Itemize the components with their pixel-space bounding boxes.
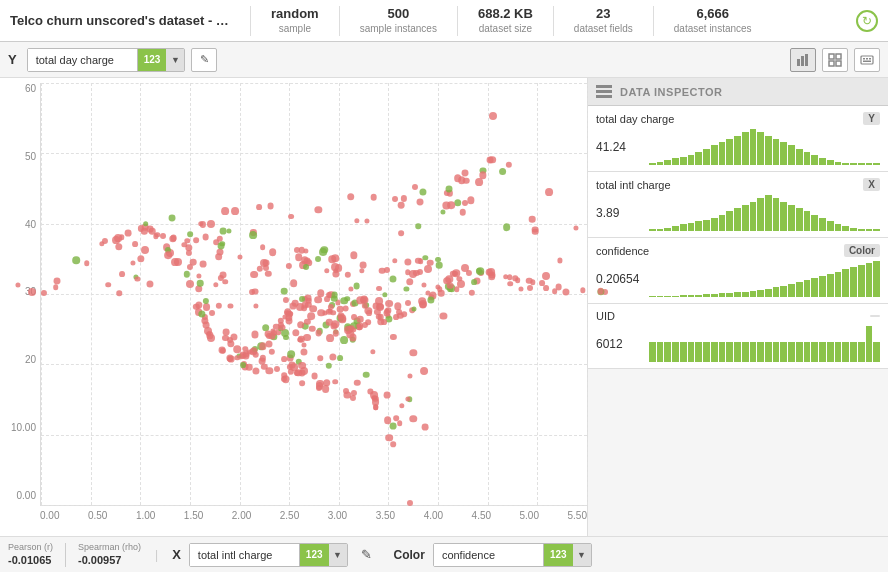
scatter-dot — [372, 398, 380, 406]
scatter-dot — [319, 248, 327, 256]
scatter-dot — [190, 259, 197, 266]
x-field-selector[interactable]: total intl charge 123 ▼ — [189, 543, 348, 567]
edit-icon-button[interactable]: ✎ — [191, 48, 217, 72]
scatter-dot — [187, 231, 193, 237]
keyboard-button[interactable] — [854, 48, 880, 72]
color-field-dropdown[interactable]: ▼ — [573, 544, 591, 566]
inspector-item-header: UID — [596, 310, 880, 322]
scatter-dot — [412, 184, 418, 190]
scatter-dot — [382, 292, 387, 297]
scatter-dot — [404, 258, 411, 265]
scatter-dot — [169, 214, 176, 221]
scatter-dot — [405, 270, 411, 276]
right-panel: DATA INSPECTOR total day chargeY41.24tot… — [588, 78, 888, 536]
scatter-dot — [105, 282, 111, 288]
chart-toolbar: Y total day charge 123 ▼ ✎ — [0, 42, 888, 78]
bar-chart-button[interactable] — [790, 48, 816, 72]
divider-5 — [653, 6, 654, 36]
histogram-bar — [657, 296, 664, 297]
scatter-dot — [546, 188, 554, 196]
y-field-dropdown[interactable]: ▼ — [166, 49, 184, 71]
scatter-dot — [527, 285, 533, 291]
x-edit-button[interactable]: ✎ — [356, 544, 378, 566]
scatter-dot — [228, 304, 233, 309]
histogram-bar — [827, 221, 834, 231]
scatter-dot — [299, 380, 305, 386]
pearson-value: -0.01065 — [8, 553, 53, 567]
scatter-dot — [359, 268, 364, 273]
histogram-bar — [842, 269, 849, 297]
scatter-dot — [290, 364, 298, 372]
histogram-bar — [804, 211, 811, 231]
divider-2 — [339, 6, 340, 36]
scatter-dot — [353, 283, 360, 290]
scatter-dot — [218, 347, 225, 354]
histogram-bar — [842, 342, 849, 362]
scatter-dot — [73, 257, 81, 265]
scatter-dot — [477, 267, 485, 275]
scatter-dot — [290, 279, 298, 287]
histogram-bar — [649, 163, 656, 165]
scatter-dot — [250, 347, 258, 355]
scatter-dot — [322, 385, 330, 393]
histogram-bar — [780, 342, 787, 362]
scatter-dot — [461, 170, 468, 177]
scatter-dot — [304, 319, 310, 325]
scatter-dot — [160, 233, 166, 239]
color-field-badge: 123 — [544, 544, 573, 566]
scatter-dot — [363, 371, 370, 378]
grid-chart-button[interactable] — [822, 48, 848, 72]
scatter-dot — [284, 335, 290, 341]
scatter-dot — [292, 300, 299, 307]
inspector-item-body: 0.20654 — [596, 261, 880, 297]
y-field-badge: 123 — [138, 49, 167, 71]
scatter-dot — [542, 272, 550, 280]
histogram-bar — [657, 342, 664, 362]
scatter-dot — [215, 253, 223, 261]
divider-3 — [457, 6, 458, 36]
scatter-dot — [315, 256, 321, 262]
scatter-dot — [418, 259, 424, 265]
scatter-dot — [283, 297, 289, 303]
histogram-bar — [796, 282, 803, 297]
color-field-selector[interactable]: confidence 123 ▼ — [433, 543, 592, 567]
scatter-dot — [475, 178, 483, 186]
histogram-bar — [680, 157, 687, 165]
scatter-dot — [266, 367, 273, 374]
histogram-bar — [827, 274, 834, 297]
histogram-bar — [804, 152, 811, 165]
scatter-dot — [265, 271, 271, 277]
histogram-bar — [726, 293, 733, 297]
inspector-field-item: total intl chargeX3.89 — [588, 172, 888, 238]
inspector-scroll[interactable]: total day chargeY41.24total intl chargeX… — [588, 106, 888, 536]
histogram-bar — [835, 272, 842, 297]
color-field-name: confidence — [434, 544, 544, 566]
histogram-bar — [649, 229, 656, 231]
histogram-bar — [835, 224, 842, 231]
scatter-dot — [438, 290, 445, 297]
scatter-dots-layer — [41, 83, 587, 505]
histogram-bar — [680, 224, 687, 231]
inspector-field-value: 41.24 — [596, 140, 641, 154]
scatter-dot — [220, 227, 227, 234]
scatter-dot — [193, 237, 199, 243]
scatter-dot — [416, 223, 421, 228]
x-field-dropdown[interactable]: ▼ — [329, 544, 347, 566]
scatter-dot — [360, 296, 367, 303]
sample-label: sample — [279, 22, 311, 35]
histogram-bar — [850, 267, 857, 297]
dataset-title: Telco churn unscored's dataset - bat... — [10, 13, 230, 28]
scatter-dot — [408, 373, 413, 378]
y-field-selector[interactable]: total day charge 123 ▼ — [27, 48, 186, 72]
scatter-dot — [580, 288, 585, 293]
inspector-field-name: confidence — [596, 245, 649, 257]
histogram-bar — [695, 221, 702, 231]
histogram-bar — [873, 261, 880, 297]
scatter-dot — [274, 366, 280, 372]
histogram-bar — [827, 342, 834, 362]
scatter-dot — [364, 218, 369, 223]
refresh-button[interactable]: ↻ — [856, 10, 878, 32]
histogram-bar — [711, 218, 718, 231]
scatter-dot — [342, 305, 349, 312]
y-tick-50: 50 — [0, 151, 40, 162]
